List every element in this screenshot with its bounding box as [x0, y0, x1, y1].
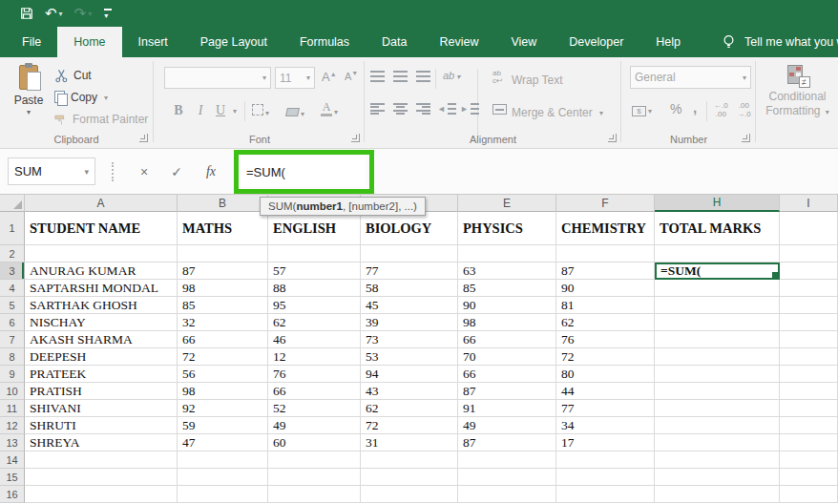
cell-E4[interactable]: 85: [458, 280, 556, 297]
cell-C4[interactable]: 88: [268, 280, 361, 297]
cell-H16[interactable]: [655, 486, 780, 503]
cell-F12[interactable]: 34: [556, 417, 655, 434]
cell-F11[interactable]: 77: [556, 400, 655, 417]
cell-A8[interactable]: DEEPESH: [25, 348, 178, 366]
row-header-6[interactable]: 6: [0, 314, 25, 331]
font-size-combobox[interactable]: 11▾: [275, 67, 315, 89]
cell-E11[interactable]: 91: [458, 400, 556, 417]
cell-F4[interactable]: 90: [556, 280, 655, 297]
cell-A14[interactable]: [25, 452, 178, 469]
cell-B5[interactable]: 85: [178, 297, 268, 314]
cell-D6[interactable]: 39: [361, 314, 458, 331]
merge-center-label[interactable]: Merge & Center: [512, 106, 593, 119]
cell-F16[interactable]: [556, 486, 655, 503]
cell-C14[interactable]: [268, 452, 361, 469]
column-header-F[interactable]: F: [556, 195, 655, 212]
cell-I10[interactable]: [780, 383, 838, 400]
cell-C15[interactable]: [268, 469, 361, 486]
percent-style-button[interactable]: %: [670, 101, 681, 116]
cell-I13[interactable]: [780, 434, 838, 452]
cell-B12[interactable]: 59: [178, 417, 268, 434]
cell-A11[interactable]: SHIVANI: [25, 400, 178, 417]
cell-C12[interactable]: 49: [268, 417, 361, 434]
font-dialog-launcher-icon[interactable]: [351, 134, 360, 142]
cell-A9[interactable]: PRATEEK: [25, 366, 178, 383]
row-header-10[interactable]: 10: [0, 383, 25, 400]
align-left-icon[interactable]: [370, 103, 385, 115]
cell-H2[interactable]: [655, 245, 780, 262]
cell-B16[interactable]: [178, 486, 268, 503]
paste-dropdown-icon[interactable]: ▾: [27, 108, 31, 116]
cell-I1[interactable]: [780, 212, 838, 245]
formula-bar-drag-handle[interactable]: [112, 162, 114, 181]
cell-C6[interactable]: 62: [268, 314, 361, 331]
tab-developer[interactable]: Developer: [553, 27, 639, 57]
cell-I14[interactable]: [780, 452, 838, 469]
cell-E16[interactable]: [458, 486, 556, 503]
row-header-8[interactable]: 8: [0, 348, 25, 366]
cell-A7[interactable]: AKASH SHARMA: [25, 331, 178, 348]
cell-A12[interactable]: SHRUTI: [25, 417, 178, 434]
customize-quick-access-icon[interactable]: ▾: [98, 2, 117, 25]
cell-A3[interactable]: ANURAG KUMAR: [25, 262, 178, 280]
column-header-H[interactable]: H: [655, 195, 780, 212]
cell-A4[interactable]: SAPTARSHI MONDAL: [25, 280, 178, 297]
column-header-I[interactable]: I: [780, 195, 838, 212]
cell-F3[interactable]: 87: [556, 262, 655, 280]
row-header-13[interactable]: 13: [0, 434, 25, 452]
cell-D2[interactable]: [361, 245, 458, 262]
cell-I11[interactable]: [780, 400, 838, 417]
cell-D13[interactable]: 31: [361, 434, 458, 452]
insert-function-button[interactable]: fx: [197, 158, 225, 185]
tab-file[interactable]: File: [6, 27, 57, 57]
cut-button[interactable]: Cut: [54, 66, 92, 85]
cell-B2[interactable]: [178, 245, 268, 262]
cell-B13[interactable]: 47: [178, 434, 268, 452]
cell-H4[interactable]: [655, 280, 780, 297]
cell-I16[interactable]: [780, 486, 838, 503]
cell-D4[interactable]: 58: [361, 280, 458, 297]
cell-I6[interactable]: [780, 314, 838, 331]
tab-review[interactable]: Review: [423, 27, 494, 57]
tab-help[interactable]: Help: [639, 27, 697, 57]
number-dialog-launcher-icon[interactable]: [742, 134, 750, 142]
cell-A2[interactable]: [25, 245, 178, 262]
cell-H14[interactable]: [655, 452, 780, 469]
cell-F2[interactable]: [556, 245, 655, 262]
cell-A6[interactable]: NISCHAY: [25, 314, 178, 331]
cell-I9[interactable]: [780, 366, 838, 383]
column-header-E[interactable]: E: [458, 195, 556, 212]
cell-D14[interactable]: [361, 452, 458, 469]
cell-B11[interactable]: 92: [178, 400, 268, 417]
cell-E8[interactable]: 70: [458, 348, 556, 366]
cell-D16[interactable]: [361, 486, 458, 503]
font-name-combobox[interactable]: ▾: [164, 67, 271, 89]
row-header-2[interactable]: 2: [0, 245, 25, 262]
cell-F15[interactable]: [556, 469, 655, 486]
cell-B3[interactable]: 87: [178, 262, 268, 280]
cell-H11[interactable]: [655, 400, 780, 417]
cell-D3[interactable]: 77: [361, 262, 458, 280]
cell-E3[interactable]: 63: [458, 262, 556, 280]
undo-icon[interactable]: ↶▾: [40, 2, 68, 25]
cell-I4[interactable]: [780, 280, 838, 297]
cell-B1[interactable]: MATHS: [178, 212, 268, 245]
cell-F5[interactable]: 81: [556, 297, 655, 314]
tab-home[interactable]: Home: [57, 27, 121, 57]
shrink-font-button[interactable]: A▼: [345, 70, 358, 82]
italic-button[interactable]: I: [191, 99, 210, 122]
merge-center-dropdown-icon[interactable]: ▾: [599, 109, 603, 117]
cell-D11[interactable]: 62: [361, 400, 458, 417]
underline-button[interactable]: U: [212, 99, 229, 122]
tab-formulas[interactable]: Formulas: [283, 27, 366, 57]
tab-view[interactable]: View: [494, 27, 553, 57]
align-top-icon[interactable]: [370, 71, 385, 82]
cell-F6[interactable]: 62: [556, 314, 655, 331]
cell-H3[interactable]: =SUM(: [655, 262, 780, 280]
cell-F10[interactable]: 44: [556, 383, 655, 400]
cell-I15[interactable]: [780, 469, 838, 486]
paste-button[interactable]: Paste ▾: [6, 63, 52, 139]
cell-H8[interactable]: [655, 348, 780, 366]
copy-button[interactable]: Copy ▾: [54, 88, 108, 107]
borders-button[interactable]: ▾: [252, 104, 269, 118]
